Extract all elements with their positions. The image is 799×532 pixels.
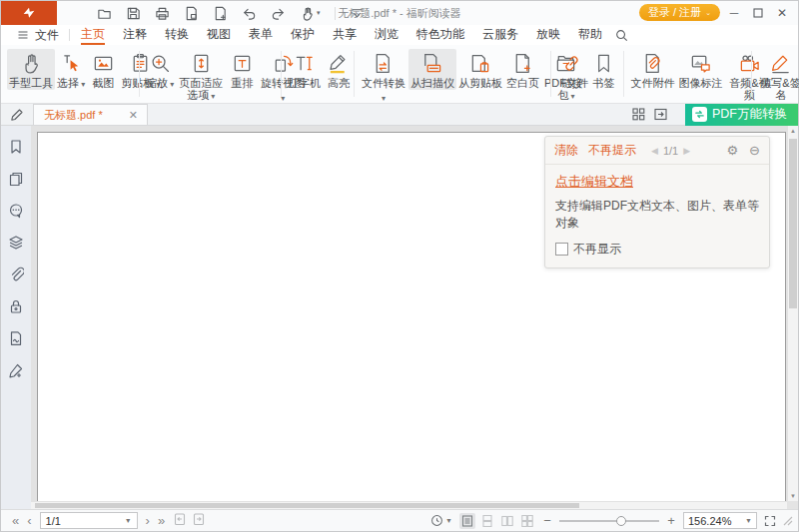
ribbon-item-select[interactable]: 选择 ▾ [55, 49, 87, 92]
minimize-button[interactable]: ─ [722, 1, 746, 25]
menu-item-3[interactable]: 转换 [156, 25, 198, 45]
form-fields-panel-icon[interactable] [8, 362, 24, 378]
create-pdf-icon[interactable] [213, 6, 228, 21]
scroll-up-icon[interactable]: ▲ [788, 128, 798, 134]
ribbon-item-zoom[interactable]: 缩放 ▾ [144, 49, 176, 92]
ribbon-group-2: 缩放 ▾页面适应选项 ▾重排旋转视图 ▾ [144, 49, 277, 106]
ribbon-item-from-clipboard[interactable]: 从剪贴板 [456, 49, 504, 90]
zoom-in-button[interactable]: + [666, 513, 676, 528]
ribbon-item-convert[interactable]: 文件转换 ▾ [359, 49, 408, 106]
open-folder-icon[interactable] [97, 6, 112, 21]
security-panel-icon[interactable] [8, 298, 24, 314]
edit-pdf-icon[interactable] [1, 104, 33, 125]
close-button[interactable]: ✕ [770, 1, 794, 25]
menu-item-2[interactable]: 注释 [114, 25, 156, 45]
page-number-combo[interactable]: 1/1 ▼ [40, 512, 138, 529]
next-tip-icon[interactable]: ▶ [683, 146, 690, 156]
attachments-panel-icon[interactable] [8, 266, 24, 282]
next-view-icon[interactable] [192, 512, 206, 529]
collapse-ribbon-icon[interactable]: ˄ [781, 92, 786, 101]
page-thumbnails-panel-icon[interactable] [8, 171, 24, 187]
menu-item-6[interactable]: 保护 [282, 25, 324, 45]
ribbon-item-fit-page[interactable]: 页面适应选项 ▾ [176, 49, 226, 104]
pdf-converter-button[interactable]: PDF万能转换 [685, 104, 798, 126]
facing-continuous-view-button[interactable] [519, 513, 535, 529]
vertical-scroll-thumb[interactable] [789, 139, 797, 308]
tip-minimize-icon[interactable]: ⊖ [749, 143, 760, 158]
ribbon-item-blank-page[interactable]: 空白页 [504, 49, 541, 90]
ribbon-item-reflow[interactable]: 重排 [226, 49, 258, 90]
zoom-out-button[interactable]: − [542, 513, 552, 528]
single-page-view-button[interactable] [459, 513, 475, 529]
ribbon-group-4: 文件转换 ▾从扫描仪从剪贴板空白页PDF文件包 ▾ [359, 49, 547, 106]
first-page-button[interactable]: « [12, 514, 19, 527]
menu-item-10[interactable]: 云服务 [473, 25, 527, 45]
ribbon-item-fill-sign[interactable]: 填写&签名 [756, 49, 799, 102]
combo-caret-icon: ▼ [745, 517, 752, 524]
previous-page-button[interactable]: ‹ [27, 514, 31, 527]
next-page-button[interactable]: › [146, 514, 150, 527]
ribbon-group-5: 链接书签 [555, 49, 619, 90]
ribbon-item-link[interactable]: 链接 [555, 49, 587, 90]
ribbon-item-attachment[interactable]: 文件附件 [628, 49, 676, 90]
save-icon[interactable] [126, 6, 141, 21]
ribbon-item-image-annotation[interactable]: 图像标注 [676, 49, 724, 90]
window-controls: ─ ✕ [722, 1, 794, 25]
sidebar-icons [1, 126, 31, 378]
menu-item-file[interactable]: 文件 [9, 25, 67, 45]
ribbon-item-scanner[interactable]: 从扫描仪 [408, 49, 456, 90]
dont-show-checkbox-row[interactable]: 不再显示 [555, 241, 759, 258]
zoom-level-combo[interactable]: 156.24% ▼ [683, 512, 757, 529]
facing-view-button[interactable] [499, 513, 515, 529]
vertical-scrollbar[interactable]: ▲ ▼ [787, 126, 798, 501]
prev-tip-icon[interactable]: ◀ [651, 146, 658, 156]
continuous-view-button[interactable] [479, 513, 495, 529]
view-rotate-button[interactable]: ▼ [430, 514, 452, 527]
ribbon-item-hand[interactable]: 手型工具 [7, 49, 55, 90]
resize-grip[interactable] [783, 516, 793, 526]
bookmarks-panel-icon[interactable] [8, 139, 24, 155]
search-icon[interactable] [615, 29, 628, 42]
export-pdf-icon[interactable] [184, 6, 199, 21]
convert-icon [372, 51, 395, 75]
clear-link[interactable]: 清除 [554, 142, 578, 159]
horizontal-scrollbar[interactable] [31, 501, 787, 509]
title-bar: ▾ 无标题.pdf * - 福昕阅读器 登录 / 注册 ⌄ ─ ✕ [1, 1, 798, 25]
maximize-button[interactable] [746, 1, 770, 25]
last-page-button[interactable]: » [158, 514, 165, 527]
ribbon-item-snapshot[interactable]: 截图 [87, 49, 119, 90]
checkbox-icon[interactable] [555, 243, 568, 256]
menu-item-9[interactable]: 特色功能 [407, 25, 473, 45]
horizontal-scroll-thumb[interactable] [35, 503, 579, 508]
login-register-button[interactable]: 登录 / 注册 ⌄ [639, 4, 720, 21]
tab-close-icon[interactable]: ✕ [129, 110, 138, 121]
zoom-slider-knob[interactable] [616, 516, 626, 526]
ribbon-item-bookmark[interactable]: 书签 [587, 49, 619, 90]
print-icon[interactable] [155, 6, 170, 21]
navigation-sidebar [1, 126, 31, 509]
page-layout-buttons [459, 513, 535, 529]
menu-item-1[interactable]: 主页 [72, 25, 114, 45]
ribbon-item-highlight[interactable]: 高亮 [323, 49, 355, 90]
menu-item-11[interactable]: 放映 [527, 25, 569, 45]
menu-item-8[interactable]: 浏览 [366, 25, 407, 45]
fullscreen-icon[interactable] [764, 515, 776, 527]
tab-list-icon[interactable] [654, 108, 667, 121]
layers-panel-icon[interactable] [8, 235, 24, 251]
document-tab[interactable]: 无标题.pdf * ✕ [33, 104, 148, 125]
signatures-panel-icon[interactable] [8, 330, 24, 346]
tip-settings-icon[interactable]: ⚙ [726, 143, 738, 158]
zoom-slider[interactable] [559, 514, 659, 528]
comments-panel-icon[interactable] [8, 203, 24, 219]
menu-item-7[interactable]: 共享 [324, 25, 366, 45]
menu-item-5[interactable]: 表单 [240, 25, 282, 45]
previous-view-icon[interactable] [173, 512, 187, 529]
ribbon-item-typewriter[interactable]: 打字机 [286, 49, 323, 90]
thumbnails-grid-icon[interactable] [632, 108, 645, 121]
menu-item-12[interactable]: 帮助 [569, 25, 611, 45]
ribbon-item-label: 截图 [92, 77, 114, 89]
dont-remind-link[interactable]: 不再提示 [588, 142, 636, 159]
edit-document-link[interactable]: 点击编辑文档 [555, 173, 759, 191]
scroll-down-icon[interactable]: ▼ [788, 493, 798, 499]
menu-item-4[interactable]: 视图 [198, 25, 240, 45]
